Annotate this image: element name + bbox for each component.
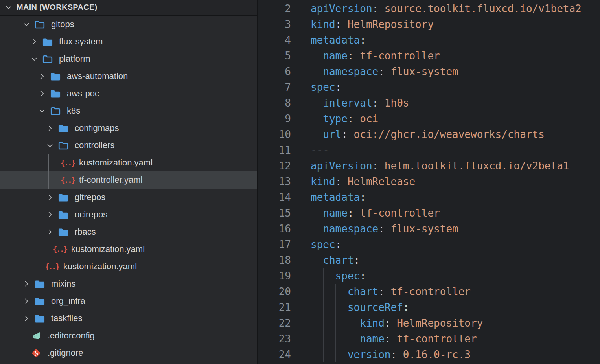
code-lines: 2apiVersion: source.toolkit.fluxcd.io/v1…: [258, 1, 600, 362]
editor-indent-guide: [348, 315, 348, 331]
tree-item-label: rbacs: [75, 227, 96, 237]
line-number[interactable]: 2: [258, 1, 291, 17]
folder-closed-icon: [50, 89, 61, 98]
line-number[interactable]: 17: [258, 237, 291, 252]
line-number[interactable]: 21: [258, 300, 291, 315]
code-text: name: tf-controller: [291, 48, 440, 64]
code-line-21[interactable]: 21 sourceRef:: [258, 300, 600, 315]
code-line-18[interactable]: 18 chart:: [258, 252, 600, 268]
line-number[interactable]: 6: [258, 64, 291, 79]
tree-item-kustomization.yaml[interactable]: {..}kustomization.yaml: [0, 154, 257, 171]
line-number[interactable]: 23: [258, 331, 291, 347]
tree-item-gitops[interactable]: gitops: [0, 16, 257, 33]
line-number[interactable]: 9: [258, 111, 291, 127]
chevron-right-icon: [30, 37, 39, 46]
tree-item-tf-controller.yaml[interactable]: {..}tf-controller.yaml: [0, 171, 257, 189]
tree-item-label: k8s: [67, 106, 80, 116]
code-text: spec:: [291, 79, 341, 95]
tree-item-kustomization.yaml[interactable]: {..}kustomization.yaml: [0, 241, 257, 258]
code-line-15[interactable]: 15 name: tf-controller: [258, 205, 600, 221]
line-number[interactable]: 7: [258, 79, 291, 95]
line-number[interactable]: 13: [258, 174, 291, 189]
tree-item-aws-automation[interactable]: aws-automation: [0, 68, 257, 85]
code-text: kind: HelmRepository: [291, 315, 483, 331]
code-line-16[interactable]: 16 namespace: flux-system: [258, 221, 600, 237]
tree-item-label: org_infra: [51, 296, 85, 306]
line-number[interactable]: 11: [258, 142, 291, 158]
code-text: kind: HelmRelease: [291, 174, 415, 189]
folder-closed-icon: [34, 314, 46, 323]
tree-item-aws-poc[interactable]: aws-poc: [0, 85, 257, 102]
code-line-20[interactable]: 20 chart: tf-controller: [258, 284, 600, 300]
code-line-6[interactable]: 6 namespace: flux-system: [258, 64, 600, 79]
line-number[interactable]: 16: [258, 221, 291, 237]
line-number[interactable]: 19: [258, 268, 291, 284]
line-number[interactable]: 20: [258, 284, 291, 300]
chevron-right-icon: [38, 72, 46, 81]
line-number[interactable]: 14: [258, 189, 291, 205]
tree-item-editorconfig[interactable]: .editorconfig: [0, 327, 257, 344]
line-number[interactable]: 15: [258, 205, 291, 221]
explorer-sidebar: MAIN (WORKSPACE) gitopsflux-systemplatfo…: [0, 0, 258, 364]
chevron-right-icon: [46, 193, 54, 202]
code-text: chart: tf-controller: [291, 284, 471, 300]
code-line-19[interactable]: 19 spec:: [258, 268, 600, 284]
editor-indent-guide: [311, 331, 311, 347]
line-number[interactable]: 12: [258, 158, 291, 174]
line-number[interactable]: 3: [258, 17, 291, 32]
tree-item-label: platform: [59, 54, 90, 64]
code-line-2[interactable]: 2apiVersion: source.toolkit.fluxcd.io/v1…: [258, 1, 600, 17]
workspace-section-header[interactable]: MAIN (WORKSPACE): [0, 0, 257, 16]
tree-item-k8s[interactable]: k8s: [0, 102, 257, 119]
chevron-right-icon: [46, 210, 54, 219]
file-tree: gitopsflux-systemplatformaws-automationa…: [0, 16, 257, 364]
line-number[interactable]: 8: [258, 95, 291, 111]
editor-indent-guide: [311, 64, 311, 79]
code-text: sourceRef:: [291, 300, 409, 315]
line-number[interactable]: 10: [258, 127, 291, 142]
chevron-right-icon: [38, 89, 46, 98]
code-line-14[interactable]: 14metadata:: [258, 189, 600, 205]
line-number[interactable]: 22: [258, 315, 291, 331]
tree-item-gitrepos[interactable]: gitrepos: [0, 189, 257, 206]
tree-item-mixins[interactable]: mixins: [0, 275, 257, 292]
tree-item-controllers[interactable]: controllers: [0, 137, 257, 154]
tree-item-kustomization.yaml[interactable]: {..}kustomization.yaml: [0, 258, 257, 275]
code-line-22[interactable]: 22 kind: HelmRepository: [258, 315, 600, 331]
editor-indent-guide: [323, 331, 324, 347]
code-line-8[interactable]: 8 interval: 1h0s: [258, 95, 600, 111]
code-text: version: 0.16.0-rc.3: [291, 347, 471, 362]
tree-item-gitignore[interactable]: .gitignore: [0, 344, 257, 362]
tree-item-configmaps[interactable]: configmaps: [0, 119, 257, 137]
line-number[interactable]: 24: [258, 347, 291, 362]
tree-item-taskfiles[interactable]: taskfiles: [0, 310, 257, 327]
code-line-10[interactable]: 10 url: oci://ghcr.io/weaveworks/charts: [258, 127, 600, 142]
code-line-13[interactable]: 13kind: HelmRelease: [258, 174, 600, 189]
code-line-3[interactable]: 3kind: HelmRepository: [258, 17, 600, 32]
tree-item-platform[interactable]: platform: [0, 50, 257, 68]
folder-closed-icon: [57, 210, 69, 219]
editor-indent-guide: [335, 300, 336, 315]
tree-item-rbacs[interactable]: rbacs: [0, 223, 257, 241]
code-line-9[interactable]: 9 type: oci: [258, 111, 600, 127]
code-line-4[interactable]: 4metadata:: [258, 32, 600, 48]
code-line-17[interactable]: 17spec:: [258, 237, 600, 252]
tree-indent-guide: [48, 171, 49, 189]
tree-indent-guide: [48, 154, 49, 171]
code-line-23[interactable]: 23 name: tf-controller: [258, 331, 600, 347]
code-line-24[interactable]: 24 version: 0.16.0-rc.3: [258, 347, 600, 362]
line-number[interactable]: 4: [258, 32, 291, 48]
line-number[interactable]: 18: [258, 252, 291, 268]
code-line-11[interactable]: 11---: [258, 142, 600, 158]
editor-indent-guide: [311, 221, 311, 237]
tree-item-ocirepos[interactable]: ocirepos: [0, 206, 257, 223]
tree-item-label: aws-poc: [67, 88, 99, 99]
tree-item-flux-system[interactable]: flux-system: [0, 33, 257, 50]
line-number[interactable]: 5: [258, 48, 291, 64]
code-line-5[interactable]: 5 name: tf-controller: [258, 48, 600, 64]
tree-item-label: gitrepos: [75, 192, 105, 202]
code-line-7[interactable]: 7spec:: [258, 79, 600, 95]
code-line-12[interactable]: 12apiVersion: helm.toolkit.fluxcd.io/v2b…: [258, 158, 600, 174]
chevron-right-icon: [22, 314, 31, 323]
tree-item-org-infra[interactable]: org_infra: [0, 292, 257, 310]
